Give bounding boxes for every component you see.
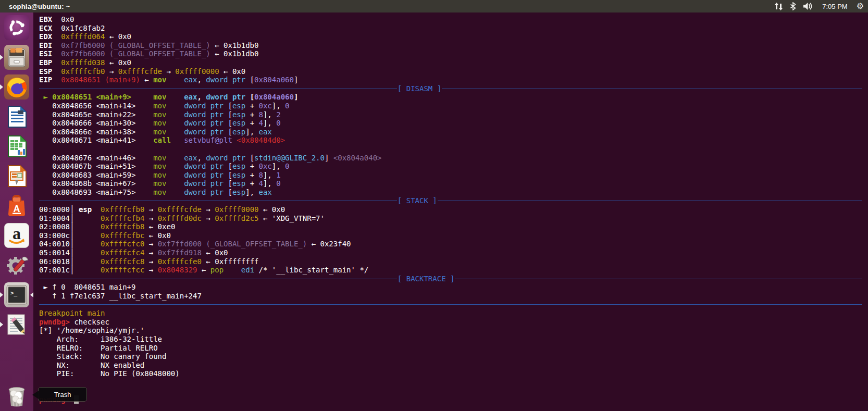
window-title: sophia@ubuntu: ~: [0, 3, 70, 10]
terminal-line: 0x804866e <main+38> mov dword ptr [esp],…: [39, 128, 868, 136]
launcher-item-files[interactable]: [4, 45, 29, 70]
launcher-item-ubuntu-software[interactable]: A: [4, 193, 29, 218]
terminal-line: [39, 145, 868, 154]
section-separator: [39, 301, 868, 309]
launcher-sidebar: A a: [0, 13, 33, 411]
desktop-screen: sophia@ubuntu: ~ 7:05 PM ⚙: [0, 0, 868, 411]
terminal-line: 00:0000│ esp 0xffffcfb0 → 0xffffcfde → 0…: [39, 205, 868, 214]
launcher-item-firefox[interactable]: [4, 74, 29, 99]
terminal-line: ► f 0 8048651 main+9: [39, 283, 868, 292]
terminal-icon: >_: [4, 282, 29, 307]
terminal-line: EBP 0xffffd038 ← 0x0: [39, 58, 868, 67]
section-separator: [ BACKTRACE ]: [39, 275, 868, 283]
launcher-item-libreoffice-calc[interactable]: [4, 134, 29, 159]
terminal-line: 0x804868b <main+67> mov dword ptr [esp +…: [39, 179, 868, 188]
svg-text:a: a: [13, 224, 21, 243]
terminal-line: 01:0004│ 0xffffcfb4 → 0xffffd0dc → 0xfff…: [39, 214, 868, 223]
ubuntu-logo-icon: [4, 15, 29, 40]
focused-indicator: [30, 292, 33, 297]
section-label: [ STACK ]: [397, 196, 438, 205]
section-separator: [ STACK ]: [39, 196, 868, 205]
terminal-line: ESP 0xffffcfb0 → 0xffffcfde → 0xffff0000…: [39, 67, 868, 76]
terminal-line: pwndbg>: [39, 395, 868, 404]
terminal-line: PIE: No PIE (0x8048000): [39, 369, 868, 378]
svg-text:>_: >_: [10, 290, 18, 296]
top-panel: sophia@ubuntu: ~ 7:05 PM ⚙: [0, 0, 868, 13]
terminal-line: [*] '/home/sophia/ymjr.': [39, 326, 868, 335]
terminal-line: 07:001c│ 0xffffcfcc → 0x8048329 ← pop ed…: [39, 266, 868, 275]
terminal-line: pwndbg> checksec: [39, 318, 868, 327]
terminal[interactable]: EBX 0x0ECX 0x1fc8fab2EDX 0xffffd064 ← 0x…: [33, 13, 868, 411]
terminal-line: RELRO: Partial RELRO: [39, 344, 868, 353]
tooltip-label: Trash: [54, 391, 71, 398]
terminal-line: EDI 0xf7fb6000 (_GLOBAL_OFFSET_TABLE_) ←…: [39, 41, 868, 50]
firefox-icon: [4, 74, 29, 99]
terminal-line: [39, 387, 868, 396]
tooltip-arrow: [32, 391, 39, 399]
terminal-line: 05:0014│ 0xffffcfc4 → 0xf7ffd918 ← 0x0: [39, 248, 868, 257]
terminal-line: Breakpoint main: [39, 309, 868, 318]
running-indicator: [0, 84, 3, 90]
terminal-line: f 1 f7e1c637 __libc_start_main+247: [39, 292, 868, 301]
launcher-item-trash[interactable]: [4, 383, 29, 408]
terminal-line: 0x8048683 <main+59> mov dword ptr [esp +…: [39, 171, 868, 180]
impress-presentation-icon: [4, 164, 29, 189]
running-indicator: [0, 55, 3, 60]
svg-text:A: A: [14, 204, 20, 214]
amazon-icon: a: [4, 223, 29, 248]
section-label: [ DISASM ]: [397, 84, 442, 93]
terminal-line: NX: NX enabled: [39, 361, 868, 370]
clock[interactable]: 7:05 PM: [820, 3, 849, 10]
launcher-item-terminal[interactable]: >_: [4, 282, 29, 307]
terminal-line: 0x8048693 <main+75> mov dword ptr [esp],…: [39, 188, 868, 197]
running-indicator: [0, 322, 3, 327]
gear-wrench-icon: [4, 253, 29, 278]
terminal-line: Arch: i386-32-little: [39, 335, 868, 344]
section-label: [ BACKTRACE ]: [397, 275, 455, 283]
launcher-item-amazon[interactable]: a: [4, 223, 29, 248]
trash-tooltip: Trash: [38, 387, 87, 402]
terminal-line: 0x8048676 <main+46> mov eax, dword ptr […: [39, 154, 868, 163]
terminal-line: 04:0010│ 0xffffcfc0 → 0xf7ffd000 (_GLOBA…: [39, 240, 868, 248]
session-gear-icon[interactable]: ⚙: [857, 2, 864, 10]
launcher-item-libreoffice-impress[interactable]: [4, 164, 29, 189]
launcher-item-system-settings[interactable]: [4, 253, 29, 278]
terminal-line: [39, 378, 868, 387]
software-bag-icon: A: [4, 193, 29, 218]
writer-document-icon: [4, 104, 29, 129]
trash-bin-icon: [4, 383, 29, 408]
terminal-line: 0x8048666 <main+30> mov dword ptr [esp +…: [39, 119, 868, 128]
terminal-line: ► 0x8048651 <main+9> mov eax, dword ptr …: [39, 93, 868, 102]
file-cabinet-icon: [4, 45, 29, 70]
notes-pencil-icon: [4, 312, 29, 337]
terminal-line: ECX 0x1fc8fab2: [39, 24, 868, 33]
terminal-line: 06:0018│ 0xffffcfc8 → 0xffffcfe0 ← 0xfff…: [39, 257, 868, 266]
terminal-line: EIP 0x8048651 (main+9) ← mov eax, dword …: [39, 76, 868, 84]
terminal-line: 02:0008│ 0xffffcfb8 ← 0xe0: [39, 222, 868, 231]
volume-icon[interactable]: [803, 2, 813, 10]
terminal-line: 0x8048656 <main+14> mov dword ptr [esp +…: [39, 102, 868, 110]
section-separator: [ DISASM ]: [39, 84, 868, 93]
launcher-item-ubuntu-dash[interactable]: [4, 15, 29, 40]
calc-spreadsheet-icon: [4, 134, 29, 159]
launcher-item-libreoffice-writer[interactable]: [4, 104, 29, 129]
launcher-item-text-editor[interactable]: [4, 312, 29, 337]
terminal-line: EBX 0x0: [39, 15, 868, 24]
terminal-line: 0x804865e <main+22> mov dword ptr [esp +…: [39, 110, 868, 119]
bluetooth-icon[interactable]: [790, 2, 796, 10]
terminal-line: 0x804867b <main+51> mov dword ptr [esp +…: [39, 162, 868, 171]
terminal-line: Stack: No canary found: [39, 352, 868, 361]
running-indicator: [0, 292, 3, 297]
network-arrows-icon[interactable]: [774, 3, 783, 10]
terminal-line: EDX 0xffffd064 ← 0x0: [39, 32, 868, 41]
terminal-line: ESI 0xf7fb6000 (_GLOBAL_OFFSET_TABLE_) ←…: [39, 49, 868, 58]
terminal-line: 0x8048671 <main+41> call setvbuf@plt <0x…: [39, 136, 868, 145]
terminal-line: 03:000c│ 0xffffcfbc ← 0x0: [39, 231, 868, 240]
